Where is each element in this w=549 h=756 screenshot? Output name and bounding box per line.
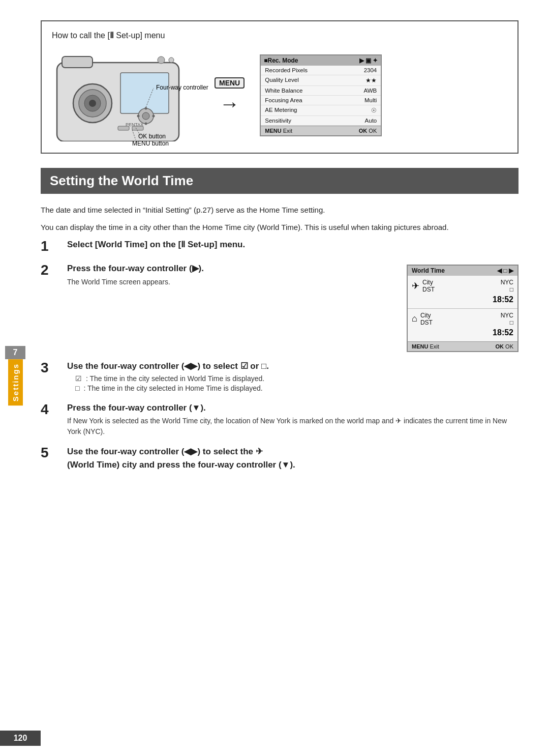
svg-point-14: [137, 115, 140, 118]
row-label: AE Metering: [265, 107, 297, 114]
wt-footer: MENU Exit OK OK: [408, 341, 517, 351]
step-3-title: Use the four-way controller (◀▶) to sele…: [67, 360, 518, 372]
step-1-content: Select [World Time] on the [Ⅱ Set-up] me…: [67, 239, 518, 253]
svg-point-12: [145, 107, 147, 110]
footer-left: MENU Exit: [265, 128, 292, 134]
row-value: AWB: [363, 88, 377, 94]
camera-screen-footer: MENU Exit OK OK: [261, 126, 381, 135]
wt-travel-city-row: City NYC: [422, 279, 513, 286]
step-2-number: 2: [41, 263, 59, 278]
steps-container: 1 Select [World Time] on the [Ⅱ Set-up] …: [41, 239, 518, 471]
wt-travel-dst-row: DST □: [422, 286, 513, 293]
home-dst-label: DST: [420, 319, 433, 326]
step-2-content: Press the four-way controller (▶). The W…: [67, 263, 518, 352]
screen-row-pixels: Recorded Pixels 2304: [261, 66, 381, 75]
section-heading: Setting the World Time: [41, 168, 518, 194]
row-label: Recorded Pixels: [265, 67, 308, 73]
page-container: 7 Settings How to call the [Ⅱ Set-up] me…: [0, 0, 549, 756]
svg-point-5: [89, 100, 96, 107]
step-3-number: 3: [41, 360, 59, 376]
four-way-label: Four-way controller: [156, 84, 208, 91]
screen-header-icons: ▶ ▣ ✦: [359, 57, 378, 64]
travel-city-value: NYC: [501, 279, 513, 286]
travel-icon: ✈: [412, 280, 419, 292]
wt-header: World Time ◀ □ ▶: [408, 266, 517, 276]
step-2-sub: The World Time screen appears.: [67, 277, 391, 287]
ok-button-label: OK button: [138, 133, 166, 140]
wt-footer-left: MENU Exit: [412, 343, 439, 350]
bullet-symbol: □: [75, 384, 79, 392]
svg-rect-6: [120, 73, 169, 113]
svg-point-9: [169, 57, 174, 63]
wt-home-city-row: City NYC: [420, 312, 513, 319]
wt-home-dst-row: DST □: [420, 319, 513, 326]
wt-home-section: ⌂ City NYC DST □: [408, 309, 517, 341]
instruction-box: How to call the [Ⅱ Set-up] menu: [41, 20, 518, 154]
home-icon: ⌂: [412, 313, 417, 324]
wt-home-details: City NYC DST □: [420, 312, 513, 326]
instruction-box-content: PENTAX: [52, 47, 507, 143]
wt-travel-details: City NYC DST □: [422, 279, 513, 293]
bullet-text: : The time in the city selected in Home …: [83, 384, 262, 392]
intro-text-1: The date and time selected in “Initial S…: [41, 204, 518, 216]
step-4-title: Press the four-way controller (▼).: [67, 402, 518, 414]
screen-row-ae: AE Metering ☉: [261, 105, 381, 116]
step-5-title: Use the four-way controller (◀▶) to sele…: [67, 445, 518, 471]
row-value: 2304: [364, 67, 377, 73]
step-2-text: Press the four-way controller (▶). The W…: [67, 263, 391, 287]
camera-screen-header: ■Rec. Mode ▶ ▣ ✦: [261, 55, 381, 66]
wt-home-time: 18:52: [412, 327, 513, 339]
step-3-bullet-1: ☑ : The time in the city selected in Wor…: [75, 374, 518, 383]
wt-header-icons: ◀ □ ▶: [497, 267, 513, 274]
step-2-row: Press the four-way controller (▶). The W…: [67, 263, 518, 352]
intro-text-2: You can display the time in a city other…: [41, 221, 518, 234]
travel-city-label: City: [422, 279, 433, 286]
row-value: Auto: [365, 118, 377, 124]
step-4-number: 4: [41, 402, 59, 418]
step-4-content: Press the four-way controller (▼). If Ne…: [67, 402, 518, 438]
svg-rect-16: [118, 126, 129, 130]
instruction-box-title: How to call the [Ⅱ Set-up] menu: [52, 31, 507, 40]
step-4: 4 Press the four-way controller (▼). If …: [41, 402, 518, 438]
screen-header-label: ■Rec. Mode: [264, 57, 298, 64]
sidebar-label: 7 Settings: [0, 346, 30, 448]
world-time-screen: World Time ◀ □ ▶ ✈ City NYC: [407, 265, 518, 352]
home-dst-value: □: [510, 319, 513, 326]
home-city-label: City: [420, 312, 431, 319]
screen-row-sensitivity: Sensitivity Auto: [261, 116, 381, 126]
menu-badge: MENU: [215, 77, 245, 89]
menu-button-label: MENU button: [132, 140, 169, 147]
screen-row-wb: White Balance AWB: [261, 86, 381, 96]
row-label: Sensitivity: [265, 118, 291, 124]
svg-rect-17: [132, 126, 143, 130]
page-number: 120: [0, 731, 41, 746]
step-3-bullet-2: □ : The time in the city selected in Hom…: [75, 384, 518, 392]
wt-footer-right: OK OK: [496, 343, 513, 350]
step-2-title: Press the four-way controller (▶).: [67, 263, 391, 275]
travel-dst-value: □: [510, 286, 513, 293]
row-value: Multi: [364, 97, 377, 103]
sidebar-number: 7: [5, 346, 25, 359]
step-1: 1 Select [World Time] on the [Ⅱ Set-up] …: [41, 239, 518, 254]
svg-point-11: [142, 112, 149, 120]
camera-svg: PENTAX: [52, 47, 199, 141]
camera-screen-mockup: ■Rec. Mode ▶ ▣ ✦ Recorded Pixels 2304 Qu…: [260, 54, 382, 136]
svg-point-13: [145, 123, 147, 125]
row-label: Focusing Area: [265, 97, 302, 103]
step-4-sub: If New York is selected as the World Tim…: [67, 416, 518, 437]
step-2: 2 Press the four-way controller (▶). The…: [41, 263, 518, 352]
row-value: ★★: [365, 77, 377, 84]
row-label: Quality Level: [265, 77, 298, 84]
right-arrow: →: [220, 94, 240, 114]
bullet-symbol: ☑: [75, 374, 82, 383]
step-5-content: Use the four-way controller (◀▶) to sele…: [67, 445, 518, 471]
screen-row-quality: Quality Level ★★: [261, 75, 381, 86]
row-value: ☉: [371, 107, 377, 114]
screen-row-focus: Focusing Area Multi: [261, 96, 381, 105]
svg-rect-1: [62, 56, 93, 68]
sidebar-text: Settings: [8, 359, 23, 405]
bullet-text: : The time in the city selected in World…: [86, 374, 264, 383]
svg-point-15: [152, 115, 155, 118]
row-label: White Balance: [265, 88, 302, 94]
home-city-value: NYC: [501, 312, 513, 319]
